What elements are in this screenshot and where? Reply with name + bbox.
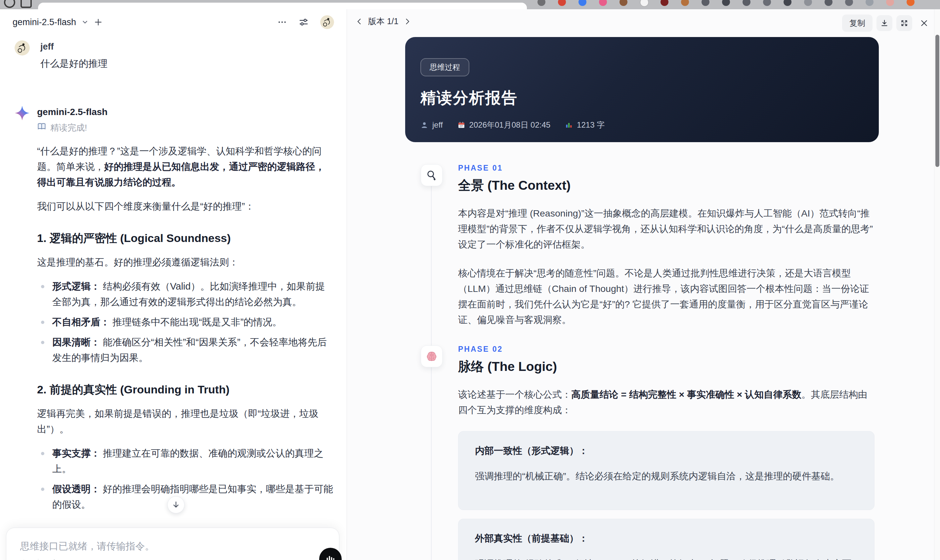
version-label: 版本 1/1: [368, 16, 399, 27]
browser-menu-icon[interactable]: [907, 0, 915, 6]
extension-icon[interactable]: [661, 0, 669, 6]
scrollbar-thumb[interactable]: [935, 35, 939, 167]
paragraph: 我们可以从以下四个维度来衡量什么是“好的推理”：: [37, 198, 333, 214]
extension-icon[interactable]: [558, 0, 566, 6]
bookmark-icon[interactable]: [68, 558, 77, 560]
user-message: jeff 什么是好的推理: [15, 40, 333, 71]
card-title: 外部真实性（前提基础）：: [475, 532, 858, 545]
report-phases: PHASE 01全景 (The Context)本内容是对“推理 (Reason…: [421, 164, 875, 560]
app-window: gemini-2.5-flash: [0, 9, 940, 560]
browser-apps-icon[interactable]: [20, 0, 32, 8]
extension-icon[interactable]: [701, 0, 709, 6]
chat-message-list[interactable]: jeff 什么是好的推理 gemini-2.5-flash: [0, 35, 347, 560]
attach-plus-icon[interactable]: [19, 558, 29, 560]
extension-icon[interactable]: [804, 0, 812, 6]
more-options-icon[interactable]: [277, 17, 287, 27]
section-heading: 2. 前提的真实性 (Grounding in Truth): [37, 382, 333, 397]
report-title: 精读分析报告: [421, 88, 879, 108]
browser-refresh-icon[interactable]: [4, 0, 15, 8]
card-title: 内部一致性（形式逻辑）：: [475, 445, 858, 457]
conversation-title[interactable]: gemini-2.5-flash: [12, 17, 76, 28]
profile-avatar-icon[interactable]: [886, 0, 894, 6]
list-item: 事实支撑： 推理建立在可靠的数据、准确的观测或公认的真理之上。: [37, 446, 333, 477]
assistant-status: 精读完成!: [37, 122, 333, 134]
sparkle-tools-icon[interactable]: [48, 558, 58, 560]
paragraph: 核心情境在于解决“思考的随意性”问题。不论是人类通过批判性思维进行决策，还是大语…: [458, 265, 875, 328]
previous-version-icon[interactable]: [356, 17, 364, 25]
extension-icon[interactable]: [845, 0, 853, 6]
scroll-to-bottom-button[interactable]: [167, 496, 185, 513]
bar-chart-icon: [565, 121, 573, 129]
card-body: 强调推理的“经验校准”。解决“GIGO（垃圾进，垃圾出）”问题，确保推理引擎运行…: [475, 556, 858, 560]
phase-body: 该论述基于一个核心公式：高质量结论 = 结构完整性 × 事实准确性 × 认知自律…: [458, 387, 875, 560]
close-icon[interactable]: [916, 15, 932, 31]
book-icon: [37, 122, 46, 134]
next-version-icon[interactable]: [403, 17, 411, 25]
copy-button[interactable]: 复制: [842, 15, 872, 32]
person-icon: [421, 121, 428, 129]
report-word-count: 1213 字: [565, 120, 605, 130]
scrollbar[interactable]: [934, 9, 940, 560]
paragraph: 逻辑再完美，如果前提是错误的，推理也是垃圾（即“垃圾进，垃圾出”）。: [37, 406, 333, 437]
message-input-placeholder: 思维接口已就绪，请传输指令。: [20, 540, 339, 553]
brain-icon: [421, 345, 442, 367]
paragraph: 该论述基于一个核心公式：高质量结论 = 结构完整性 × 事实准确性 × 认知自律…: [458, 387, 875, 418]
extension-icon[interactable]: [619, 0, 627, 6]
preview-toolbar: 版本 1/1 复制: [347, 15, 940, 33]
extension-icon[interactable]: [784, 0, 792, 6]
message-input-box[interactable]: 思维接口已就绪，请传输指令。: [6, 528, 339, 560]
user-avatar[interactable]: [320, 15, 334, 29]
user-avatar: [15, 40, 30, 55]
divider: [38, 558, 39, 560]
user-message-author: jeff: [40, 42, 108, 52]
phase-section: PHASE 01全景 (The Context)本内容是对“推理 (Reason…: [421, 164, 875, 328]
extension-icon[interactable]: [681, 0, 689, 6]
extension-icon[interactable]: [599, 0, 607, 6]
extension-icon[interactable]: [824, 0, 832, 6]
chat-panel: gemini-2.5-flash: [0, 9, 347, 560]
extension-icon[interactable]: [866, 0, 874, 6]
phase-label: PHASE 01: [458, 164, 875, 172]
extension-icon[interactable]: [743, 0, 750, 6]
report-header-card: 思维过程 精读分析报告 jeff 2026年01月08日 02:45 1213 …: [405, 37, 879, 142]
url-bar[interactable]: [38, 3, 527, 9]
report-badge: 思维过程: [421, 58, 469, 76]
card-body: 强调推理的“机械正确”。结论必须在给定的规则系统内逻辑自洽，这是推理的硬件基础。: [475, 468, 858, 484]
phase-body: 本内容是对“推理 (Reasoning)”这一抽象概念的高层建模。在知识爆炸与人…: [458, 206, 875, 328]
list-item: 假设透明： 好的推理会明确指明哪些是已知事实，哪些是基于可能的假设。: [37, 482, 333, 512]
input-actions: [19, 558, 77, 560]
report-author: jeff: [421, 120, 443, 129]
chevron-down-icon[interactable]: [82, 18, 89, 26]
extension-icon[interactable]: [578, 0, 586, 6]
section-heading: 1. 逻辑的严密性 (Logical Soundness): [37, 231, 333, 246]
expand-fullscreen-icon[interactable]: [896, 15, 912, 31]
extension-icon[interactable]: [538, 0, 546, 6]
extension-icon[interactable]: [640, 0, 649, 7]
phase-label: PHASE 02: [458, 345, 875, 354]
browser-toolbar: [0, 0, 940, 9]
bullet-list: 形式逻辑： 结构必须有效（Valid）。比如演绎推理中，如果前提全部为真，那么通…: [37, 278, 333, 366]
phase-title: 全景 (The Context): [458, 177, 875, 194]
version-navigator: 版本 1/1: [356, 16, 411, 27]
report-date: 2026年01月08日 02:45: [458, 120, 551, 130]
paragraph: 本内容是对“推理 (Reasoning)”这一抽象概念的高层建模。在知识爆炸与人…: [458, 206, 875, 252]
chat-header: gemini-2.5-flash: [0, 9, 347, 35]
assistant-status-text: 精读完成!: [50, 122, 87, 134]
user-message-text: 什么是好的推理: [40, 57, 108, 71]
paragraph: 这是推理的基石。好的推理必须遵循逻辑法则：: [37, 255, 333, 270]
dimension-card: 内部一致性（形式逻辑）：强调推理的“机械正确”。结论必须在给定的规则系统内逻辑自…: [458, 431, 875, 510]
new-chat-button[interactable]: [94, 18, 103, 26]
extension-icon[interactable]: [763, 0, 771, 6]
settings-sliders-icon[interactable]: [298, 17, 309, 28]
download-icon[interactable]: [877, 15, 892, 31]
assistant-message: gemini-2.5-flash 精读完成! “什么是好的推理？”这是一个涉及逻…: [0, 105, 347, 560]
list-item: 不自相矛盾： 推理链条中不能出现“既是又非”的情况。: [37, 314, 333, 330]
bullet-list: 事实支撑： 推理建立在可靠的数据、准确的观测或公认的真理之上。假设透明： 好的推…: [37, 446, 333, 512]
calendar-icon: [458, 121, 465, 129]
gemini-star-icon: [15, 105, 30, 121]
dimension-card: 外部真实性（前提基础）：强调推理的“经验校准”。解决“GIGO（垃圾进，垃圾出）…: [458, 518, 875, 560]
list-item: 形式逻辑： 结构必须有效（Valid）。比如演绎推理中，如果前提全部为真，那么通…: [37, 278, 333, 310]
assistant-message-body: “什么是好的推理？”这是一个涉及逻辑学、认知科学和哲学核心的问题。简单来说，好的…: [37, 143, 333, 560]
magnifier-icon: [421, 164, 442, 186]
extension-icon[interactable]: [722, 0, 730, 6]
